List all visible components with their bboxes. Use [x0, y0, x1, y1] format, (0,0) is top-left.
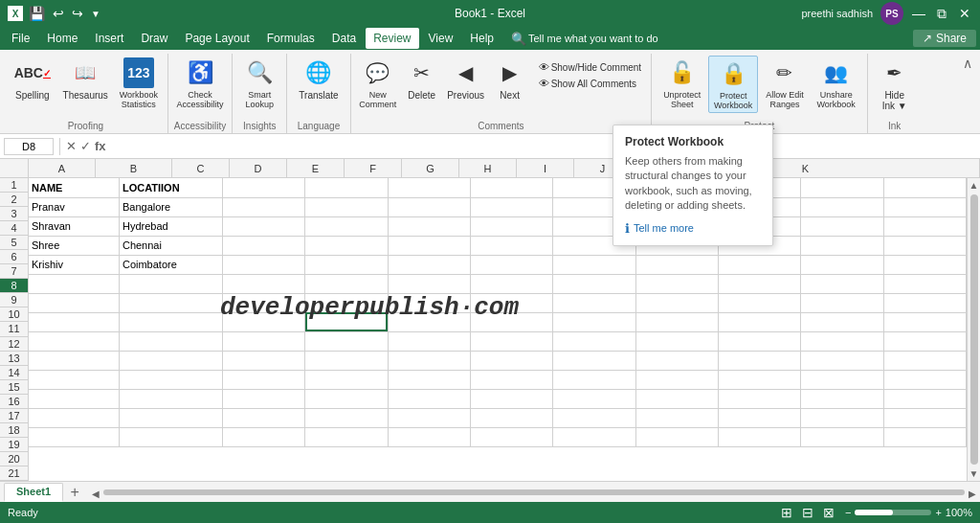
close-btn[interactable]: ✕ [957, 6, 972, 21]
cell-e14[interactable] [388, 427, 470, 446]
cell-i9[interactable] [718, 331, 800, 351]
cell-b5[interactable]: Coimbatore [119, 255, 222, 274]
cell-f14[interactable] [470, 427, 552, 446]
cell-g9[interactable] [553, 331, 635, 351]
cell-g5[interactable] [553, 255, 635, 274]
cell-e11[interactable] [388, 370, 470, 389]
col-header-g[interactable]: G [402, 159, 459, 178]
cell-h9[interactable] [635, 331, 718, 351]
tooltip-tell-me-more[interactable]: ℹ Tell me more [625, 221, 761, 236]
cell-j13[interactable] [801, 408, 883, 427]
row-header-13[interactable]: 13 [0, 352, 29, 366]
cell-g11[interactable] [553, 370, 635, 389]
cell-d6[interactable] [305, 274, 388, 293]
cell-j11[interactable] [801, 370, 883, 389]
show-all-comments-btn[interactable]: 👁 Show All Comments [535, 76, 645, 91]
show-hide-comment-btn[interactable]: 👁 Show/Hide Comment [535, 59, 645, 75]
cell-i8[interactable] [718, 312, 800, 331]
h-scroll-thumb[interactable] [103, 489, 965, 495]
cell-f7[interactable] [470, 293, 552, 312]
menu-review[interactable]: Review [366, 28, 418, 49]
row-header-8[interactable]: 8 [0, 279, 29, 293]
cell-b12[interactable] [119, 389, 222, 408]
cell-g6[interactable] [553, 274, 635, 293]
scroll-left-btn[interactable]: ◀ [92, 489, 100, 496]
cell-e7[interactable] [388, 293, 470, 312]
sheet-tab-sheet1[interactable]: Sheet1 [4, 483, 63, 502]
cell-e1[interactable] [388, 178, 470, 197]
cell-a8[interactable] [29, 312, 119, 331]
zoom-out-btn[interactable]: − [845, 507, 851, 518]
cell-j14[interactable] [801, 427, 883, 446]
protect-workbook-btn[interactable]: 🔒 ProtectWorkbook [708, 56, 758, 113]
row-header-4[interactable]: 4 [0, 221, 29, 236]
cell-e5[interactable] [388, 255, 470, 274]
cell-e9[interactable] [388, 331, 470, 351]
row-header-21[interactable]: 21 [0, 466, 29, 481]
next-comment-btn[interactable]: ▶ Next [489, 56, 531, 113]
col-header-h[interactable]: H [459, 159, 517, 178]
cell-f1[interactable] [470, 178, 552, 197]
cell-c10[interactable] [222, 351, 304, 370]
menu-home[interactable]: Home [39, 28, 85, 49]
cell-f8[interactable] [470, 312, 552, 331]
check-accessibility-btn[interactable]: ♿ CheckAccessibility [175, 56, 225, 113]
cell-k14[interactable] [883, 427, 966, 446]
cell-j7[interactable] [801, 293, 883, 312]
cell-d7[interactable] [305, 293, 388, 312]
cell-b9[interactable] [119, 331, 222, 351]
col-header-f[interactable]: F [345, 159, 402, 178]
cell-j12[interactable] [801, 389, 883, 408]
cell-b2[interactable]: Bangalore [119, 197, 222, 216]
cancel-formula-icon[interactable]: ✕ [66, 139, 77, 153]
cell-d2[interactable] [305, 197, 388, 216]
page-break-view-btn[interactable]: ⊠ [820, 504, 837, 521]
col-header-c[interactable]: C [172, 159, 230, 178]
cell-i14[interactable] [718, 427, 800, 446]
allow-edit-ranges-btn[interactable]: ✏ Allow EditRanges [760, 56, 810, 113]
delete-comment-btn[interactable]: ✂ Delete [401, 56, 443, 113]
cell-c9[interactable] [222, 331, 304, 351]
cell-d4[interactable] [305, 236, 388, 255]
cell-f4[interactable] [470, 236, 552, 255]
cell-b10[interactable] [119, 351, 222, 370]
scroll-thumb[interactable] [970, 194, 978, 465]
row-header-3[interactable]: 3 [0, 207, 29, 221]
cell-d10[interactable] [305, 351, 388, 370]
confirm-formula-icon[interactable]: ✓ [80, 139, 91, 153]
new-comment-btn[interactable]: 💬 NewComment [357, 56, 399, 113]
cell-a4[interactable]: Shree [29, 236, 119, 255]
row-header-7[interactable]: 7 [0, 264, 29, 279]
cell-c11[interactable] [222, 370, 304, 389]
cell-f2[interactable] [470, 197, 552, 216]
row-header-20[interactable]: 20 [0, 452, 29, 466]
redo-btn[interactable]: ↪ [70, 4, 85, 23]
cell-j10[interactable] [801, 351, 883, 370]
cell-d8[interactable] [305, 312, 388, 331]
cell-h10[interactable] [635, 351, 718, 370]
cell-b8[interactable] [119, 312, 222, 331]
horizontal-scroll-area[interactable]: ◀ ▶ [88, 482, 980, 502]
cell-b6[interactable] [119, 274, 222, 293]
cell-g7[interactable] [553, 293, 635, 312]
zoom-slider[interactable] [855, 510, 931, 515]
cell-i12[interactable] [718, 389, 800, 408]
spelling-btn[interactable]: ABC✓ Spelling [10, 56, 56, 113]
cell-d12[interactable] [305, 389, 388, 408]
row-header-15[interactable]: 15 [0, 380, 29, 395]
cell-d14[interactable] [305, 427, 388, 446]
cell-e3[interactable] [388, 216, 470, 236]
cell-i10[interactable] [718, 351, 800, 370]
ribbon-collapse-btn[interactable]: ∧ [959, 54, 976, 73]
cell-a9[interactable] [29, 331, 119, 351]
cell-c13[interactable] [222, 408, 304, 427]
cell-j2[interactable] [801, 197, 883, 216]
cell-j8[interactable] [801, 312, 883, 331]
cell-b13[interactable] [119, 408, 222, 427]
menu-page-layout[interactable]: Page Layout [177, 28, 256, 49]
row-header-5[interactable]: 5 [0, 236, 29, 250]
cell-f6[interactable] [470, 274, 552, 293]
cell-c7[interactable] [222, 293, 304, 312]
row-header-11[interactable]: 11 [0, 322, 29, 336]
cell-d5[interactable] [305, 255, 388, 274]
